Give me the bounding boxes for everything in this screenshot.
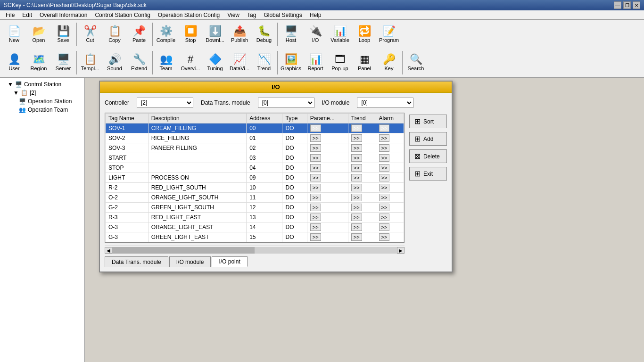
- param-btn-3[interactable]: >>: [310, 154, 321, 162]
- trend-btn-4[interactable]: >>: [351, 164, 362, 172]
- param-btn-1[interactable]: >>: [310, 134, 321, 142]
- toolbar-btn-trend[interactable]: 📉 Trend: [252, 49, 276, 76]
- toolbar-btn-popup[interactable]: 🗔 Pop-up: [328, 49, 352, 76]
- alarm-btn-5[interactable]: >>: [379, 174, 390, 181]
- toolbar-btn-server[interactable]: 🖥️ Server: [51, 49, 75, 76]
- toolbar-btn-user[interactable]: 👤 User: [2, 49, 26, 76]
- toolbar-btn-download[interactable]: ⬇️ Downl...: [203, 21, 227, 48]
- sort-button[interactable]: ⊞ Sort: [409, 115, 447, 128]
- alarm-btn-6[interactable]: >>: [379, 184, 390, 191]
- trend-btn-11[interactable]: >>: [351, 233, 362, 241]
- toolbar-btn-cut[interactable]: ✂️ Cut: [78, 21, 102, 48]
- toolbar-btn-report[interactable]: 📊 Report: [303, 49, 328, 76]
- toolbar-btn-tuning[interactable]: 🔷 Tuning: [203, 49, 227, 76]
- param-btn-2[interactable]: >>: [310, 144, 321, 152]
- trend-btn-8[interactable]: >>: [351, 204, 362, 211]
- toolbar-btn-region[interactable]: 🗺️ Region: [26, 49, 51, 76]
- toolbar-btn-io[interactable]: 🔌 I/O: [303, 21, 328, 48]
- alarm-btn-4[interactable]: >>: [379, 164, 390, 172]
- exit-button[interactable]: ⊞ Exit: [409, 167, 447, 181]
- trend-btn-3[interactable]: >>: [351, 154, 362, 162]
- table-row[interactable]: STOP04DO>>>>>>: [106, 163, 404, 173]
- menu-item-view[interactable]: View: [223, 11, 243, 19]
- table-row[interactable]: G-2GREEN_LIGHT_SOUTH12DO>>>>>>: [106, 203, 404, 213]
- toolbar-btn-compile[interactable]: ⚙️ Compile: [154, 21, 178, 48]
- minimize-button[interactable]: —: [614, 1, 621, 9]
- menu-item-help[interactable]: Help: [306, 11, 325, 19]
- alarm-btn-7[interactable]: >>: [379, 194, 390, 201]
- sidebar-item-control-station[interactable]: ▼ 🖥️ Control Station: [2, 80, 83, 89]
- toolbar-btn-stop[interactable]: ⏹️ Stop: [178, 21, 203, 48]
- tab-data-trans[interactable]: Data Trans. module: [105, 256, 168, 267]
- table-row[interactable]: SOV-2RICE_FILLING01DO>>>>>>: [106, 133, 404, 143]
- sidebar-item-node2[interactable]: ▼ 📋 [2]: [2, 89, 83, 97]
- alarm-btn-0[interactable]: >>: [379, 124, 390, 132]
- toolbar-btn-publish[interactable]: 📤 Publish: [227, 21, 252, 48]
- trend-btn-5[interactable]: >>: [351, 174, 362, 181]
- trend-btn-2[interactable]: >>: [351, 144, 362, 152]
- toolbar-btn-copy[interactable]: 📋 Copy: [102, 21, 127, 48]
- trend-btn-6[interactable]: >>: [351, 184, 362, 191]
- toolbar-btn-overview[interactable]: # Overvi...: [178, 49, 203, 76]
- toolbar-btn-paste[interactable]: 📌 Paste: [127, 21, 151, 48]
- toolbar-btn-sound[interactable]: 🔊 Sound: [102, 49, 127, 76]
- menu-item-edit[interactable]: Edit: [18, 11, 36, 19]
- menu-item-overall-information[interactable]: Overall Information: [36, 11, 91, 19]
- menu-item-tag[interactable]: Tag: [243, 11, 260, 19]
- alarm-btn-9[interactable]: >>: [379, 214, 390, 221]
- toolbar-btn-new[interactable]: 📄 New: [2, 21, 26, 48]
- param-btn-8[interactable]: >>: [310, 204, 321, 211]
- toolbar-btn-graphics[interactable]: 🖼️ Graphics: [279, 49, 303, 76]
- add-button[interactable]: ⊞ Add: [409, 132, 447, 146]
- table-row[interactable]: START03DO>>>>>>: [106, 153, 404, 163]
- table-row[interactable]: O-2ORANGE_LIGHT_SOUTH11DO>>>>>>: [106, 193, 404, 203]
- alarm-btn-2[interactable]: >>: [379, 144, 390, 152]
- trend-btn-10[interactable]: >>: [351, 223, 362, 231]
- alarm-btn-8[interactable]: >>: [379, 204, 390, 211]
- close-button[interactable]: ✕: [633, 1, 640, 9]
- trend-btn-1[interactable]: >>: [351, 134, 362, 142]
- tab-io-module[interactable]: I/O module: [169, 256, 211, 267]
- table-row[interactable]: G-3GREEN_LIGHT_EAST15DO>>>>>>: [106, 232, 404, 242]
- param-btn-7[interactable]: >>: [310, 194, 321, 201]
- toolbar-btn-save[interactable]: 💾 Save: [51, 21, 75, 48]
- scroll-right[interactable]: ▶: [397, 247, 405, 254]
- toolbar-btn-dataview[interactable]: 📈 DataVi...: [227, 49, 252, 76]
- table-row[interactable]: R-3RED_LIGHT_EAST13DO>>>>>>: [106, 213, 404, 222]
- trend-btn-0[interactable]: >>: [351, 124, 362, 132]
- toolbar-btn-debug[interactable]: 🐛 Debug: [252, 21, 276, 48]
- table-row[interactable]: LIGHTPROCESS ON09DO>>>>>>: [106, 173, 404, 183]
- data-table-container[interactable]: Tag Name Description Address Type Parame…: [105, 113, 405, 243]
- sidebar-item-operation-station[interactable]: 🖥️ Operation Station: [2, 97, 83, 106]
- table-row[interactable]: SOV-3PANEER FILLING02DO>>>>>>: [106, 143, 404, 153]
- toolbar-btn-program[interactable]: 📝 Program: [377, 21, 401, 48]
- menu-item-operation-station-config[interactable]: Operation Station Config: [154, 11, 223, 19]
- menu-item-file[interactable]: File: [2, 11, 18, 19]
- sidebar-item-operation-team[interactable]: 👥 Operation Team: [2, 106, 83, 114]
- toolbar-btn-panel[interactable]: ▦ Panel: [352, 49, 377, 76]
- toolbar-btn-host[interactable]: 🖥️ Host: [279, 21, 303, 48]
- maximize-button[interactable]: ❐: [623, 1, 631, 9]
- menu-item-global-settings[interactable]: Global Settings: [260, 11, 305, 19]
- scroll-thumb[interactable]: [112, 247, 255, 254]
- delete-button[interactable]: ⊠ Delete: [409, 149, 447, 163]
- param-btn-4[interactable]: >>: [310, 164, 321, 172]
- datatrans-select[interactable]: [0]: [258, 98, 314, 108]
- param-btn-9[interactable]: >>: [310, 214, 321, 221]
- menu-item-control-station-config[interactable]: Control Station Config: [91, 11, 154, 19]
- scroll-left[interactable]: ◀: [105, 247, 112, 254]
- toolbar-btn-variable[interactable]: 📊 Variable: [328, 21, 352, 48]
- param-btn-6[interactable]: >>: [310, 184, 321, 191]
- toolbar-btn-search[interactable]: 🔍 Search: [404, 49, 428, 76]
- trend-btn-9[interactable]: >>: [351, 214, 362, 221]
- tab-io-point[interactable]: I/O point: [212, 256, 247, 267]
- table-row[interactable]: SOV-1CREAM_FILLING00DO>>>>>>: [106, 123, 404, 133]
- toolbar-btn-open[interactable]: 📂 Open: [26, 21, 51, 48]
- table-row[interactable]: R-2RED_LIGHT_SOUTH10DO>>>>>>: [106, 183, 404, 193]
- param-btn-11[interactable]: >>: [310, 233, 321, 241]
- alarm-btn-11[interactable]: >>: [379, 233, 390, 241]
- horizontal-scrollbar[interactable]: ◀ ▶: [105, 246, 405, 255]
- toolbar-btn-extend[interactable]: 🔧 Extend: [127, 49, 151, 76]
- scroll-track[interactable]: [112, 247, 397, 254]
- alarm-btn-10[interactable]: >>: [379, 223, 390, 231]
